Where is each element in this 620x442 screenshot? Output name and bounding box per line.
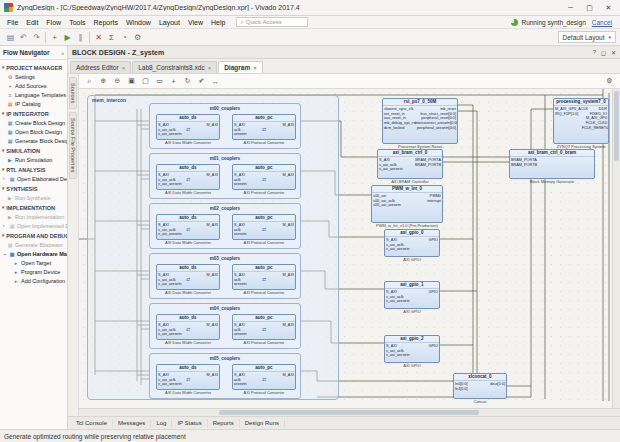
menu-layout[interactable]: Layout [155, 19, 184, 26]
select-icon[interactable]: ▭ [154, 77, 165, 85]
coupler-group-m03-couplers[interactable]: m03_couplersauto_dsS_AXIs_axi_aclks_axi_… [149, 253, 301, 299]
pin-s-axi-aresetn[interactable]: s_axi_aresetn [386, 247, 410, 252]
flow-item-open-hardware-mana[interactable]: ⌄▦Open Hardware Mana... [0, 249, 67, 258]
ip-block-auto-pc[interactable]: auto_pcS_AXIaclkaresetnM_AXI⇄AXI Protoco… [232, 264, 296, 290]
pin-s-axi-aresetn[interactable]: s_axi_aresetn [386, 353, 410, 358]
pin-gpio[interactable]: GPIO [429, 238, 439, 243]
pin-s-axi-aresetn[interactable]: s_axi_aresetn [158, 132, 182, 137]
menu-window[interactable]: Window [122, 19, 155, 26]
bottom-tab-ip-status[interactable]: IP Status [172, 419, 207, 427]
ip-block-xlconcat-0[interactable]: xlconcat_0In0[0:0]In1[0:0]dout[1:0]Conca… [453, 373, 507, 399]
quick-access-input[interactable]: ⌕ Quick Access [236, 17, 308, 27]
run-icon[interactable]: ▶ [61, 31, 74, 44]
tab-address-editor[interactable]: Address Editor× [70, 61, 131, 73]
expander-icon[interactable]: › [3, 223, 7, 228]
zoom-out-icon[interactable]: ⊖ [112, 77, 123, 85]
flow-item-generate-block-design[interactable]: ▦Generate Block Design [0, 136, 67, 145]
regenerate-icon[interactable]: ↻ [182, 77, 193, 85]
flow-section-synthesis[interactable]: ▾SYNTHESIS [0, 183, 67, 193]
menu-help[interactable]: Help [207, 19, 229, 26]
flow-section-project-manager[interactable]: ▾PROJECT MANAGER [0, 62, 67, 72]
pin-gpio[interactable]: GPIO [429, 344, 439, 349]
flow-item-program-device[interactable]: ▸Program Device [0, 267, 67, 276]
pin-m-axi[interactable]: M_AXI [283, 123, 294, 128]
gear-icon[interactable]: ⚙ [604, 77, 615, 85]
flow-section-implementation[interactable]: ▾IMPLEMENTATION [0, 202, 67, 212]
ip-block-axi-bram-ctrl-0-bram[interactable]: axi_bram_ctrl_0_bramBRAM_PORTABRAM_PORTB… [509, 149, 595, 179]
pin-aresetn[interactable]: aresetn [234, 332, 247, 337]
menu-reports[interactable]: Reports [89, 19, 122, 26]
ip-block-axi-gpio-0[interactable]: axi_gpio_0S_AXIs_axi_aclks_axi_aresetnGP… [384, 229, 440, 257]
flow-item-ip-catalog[interactable]: ▦IP Catalog [0, 99, 67, 108]
menu-flow[interactable]: Flow [42, 19, 65, 26]
bottom-tab-reports[interactable]: Reports [208, 419, 240, 427]
ip-block-auto-ds[interactable]: auto_dsS_AXIs_axi_aclks_axi_aresetnM_AXI… [156, 214, 220, 240]
pin-m-axi[interactable]: M_AXI [207, 273, 218, 278]
tab-lab8-constraints8-xdc[interactable]: Lab8_Constraints8.xdc× [132, 61, 217, 73]
flow-item-run-synthesis[interactable]: ▶Run Synthesis [0, 193, 67, 202]
close-tab-icon[interactable]: × [122, 65, 126, 71]
fit-selection-icon[interactable]: ▢ [140, 77, 151, 85]
pin-s-axi-aresetn[interactable]: s_axi_aresetn [158, 382, 182, 387]
pin-m-axi[interactable]: M_AXI [283, 273, 294, 278]
help-icon[interactable]: ? [593, 49, 596, 56]
vertical-scrollbar[interactable] [612, 89, 620, 408]
flow-item-open-elaborated-des[interactable]: ›▦Open Elaborated Des... [0, 174, 67, 183]
cancel-link[interactable]: Cancel [592, 19, 612, 26]
ip-block-auto-ds[interactable]: auto_dsS_AXIs_axi_aclks_axi_aresetnM_AXI… [156, 264, 220, 290]
pin-s00-axi-aresetn[interactable]: s00_axi_aresetn [373, 203, 401, 208]
ip-block-auto-pc[interactable]: auto_pcS_AXIaclkaresetnM_AXI⇄AXI Protoco… [232, 214, 296, 240]
report-icon[interactable]: Σ [105, 31, 118, 44]
ip-block-auto-ds[interactable]: auto_dsS_AXIs_axi_aclks_axi_aresetnM_AXI… [156, 164, 220, 190]
flow-section-simulation[interactable]: ▾SIMULATION [0, 145, 67, 155]
side-tab-sources[interactable]: Sources [69, 77, 77, 109]
menu-file[interactable]: File [3, 19, 22, 26]
layout-selector[interactable]: Default Layout ▾ [558, 31, 616, 43]
pin-peripheral-aresetn-0-0[interactable]: peripheral_aresetn[0:0] [415, 126, 456, 131]
flow-item-open-implemented-d[interactable]: ›▦Open Implemented D... [0, 221, 67, 230]
bottom-tab-tcl-console[interactable]: Tcl Console [71, 419, 113, 427]
collapse-icon[interactable]: « [61, 50, 64, 56]
menu-view[interactable]: View [184, 19, 207, 26]
flow-item-open-target[interactable]: ▸Open Target [0, 258, 67, 267]
vertical-scroll-thumb[interactable] [614, 91, 619, 161]
zoom-fit-icon[interactable]: ▣ [126, 77, 137, 85]
pin-m-axi[interactable]: M_AXI [283, 323, 294, 328]
flow-item-create-block-design[interactable]: ▦Create Block Design [0, 118, 67, 127]
gear-icon[interactable]: ⚙ [131, 31, 144, 44]
float-icon[interactable]: ◻ [601, 49, 606, 56]
bottom-tab-design-runs[interactable]: Design Runs [240, 419, 285, 427]
cancel-run-icon[interactable]: ✕ [92, 31, 105, 44]
close-button[interactable]: ✕ [601, 4, 616, 12]
coupler-group-m04-couplers[interactable]: m04_couplersauto_dsS_AXIs_axi_aclks_axi_… [149, 303, 301, 349]
flow-item-settings[interactable]: ⚙Settings [0, 72, 67, 81]
pin-aresetn[interactable]: aresetn [234, 232, 247, 237]
pin-m-axi[interactable]: M_AXI [283, 373, 294, 378]
ip-block-axi-bram-ctrl-0[interactable]: axi_bram_ctrl_0S_AXIs_axi_aclks_axi_ares… [377, 149, 443, 179]
pin-bram-portb[interactable]: BRAM_PORTB [511, 163, 537, 168]
close-tab-icon[interactable]: × [253, 65, 257, 71]
close-tab-icon[interactable]: × [208, 65, 212, 71]
flow-item-run-simulation[interactable]: ▶Run Simulation [0, 155, 67, 164]
flow-section-program-and-debug[interactable]: ▾PROGRAM AND DEBUG [0, 230, 67, 240]
flow-item-generate-bitstream[interactable]: ▦Generate Bitstream [0, 240, 67, 249]
pin-aresetn[interactable]: aresetn [234, 132, 247, 137]
flow-section-ip-integrator[interactable]: ▾IP INTEGRATOR [0, 108, 67, 118]
coupler-group-m01-couplers[interactable]: m01_couplersauto_dsS_AXIs_axi_aclks_axi_… [149, 153, 301, 199]
save-icon[interactable]: ▤ [4, 31, 17, 44]
add-icon[interactable]: + [48, 31, 61, 44]
diagram-canvas[interactable]: mem_intercon m00_couplersauto_dsS_AXIs_a… [79, 89, 612, 408]
pin-irq-f2p-1-0[interactable]: IRQ_F2P[1:0] [555, 112, 582, 117]
pin-interrupt[interactable]: interrupt [427, 199, 441, 204]
maximize-button[interactable]: ▢ [582, 4, 597, 12]
expand-icon[interactable]: ↔ [210, 78, 221, 85]
flow-item-add-configuration[interactable]: ▸Add Configuration [0, 276, 67, 285]
ip-block-auto-pc[interactable]: auto_pcS_AXIaclkaresetnM_AXI⇄AXI Protoco… [232, 314, 296, 340]
pin-aresetn[interactable]: aresetn [234, 182, 247, 187]
ip-block-axi-gpio-1[interactable]: axi_gpio_1S_AXIs_axi_aclks_axi_aresetnGP… [384, 281, 440, 309]
menu-edit[interactable]: Edit [22, 19, 42, 26]
ip-block-processing-system7-0[interactable]: processing_system7_0M_AXI_GP0_ACLKIRQ_F2… [553, 98, 609, 144]
pin-s-axi-aresetn[interactable]: s_axi_aresetn [158, 332, 182, 337]
pin-fclk-reset0-n[interactable]: FCLK_RESET0_N [582, 126, 607, 131]
pin-m-axi[interactable]: M_AXI [207, 223, 218, 228]
